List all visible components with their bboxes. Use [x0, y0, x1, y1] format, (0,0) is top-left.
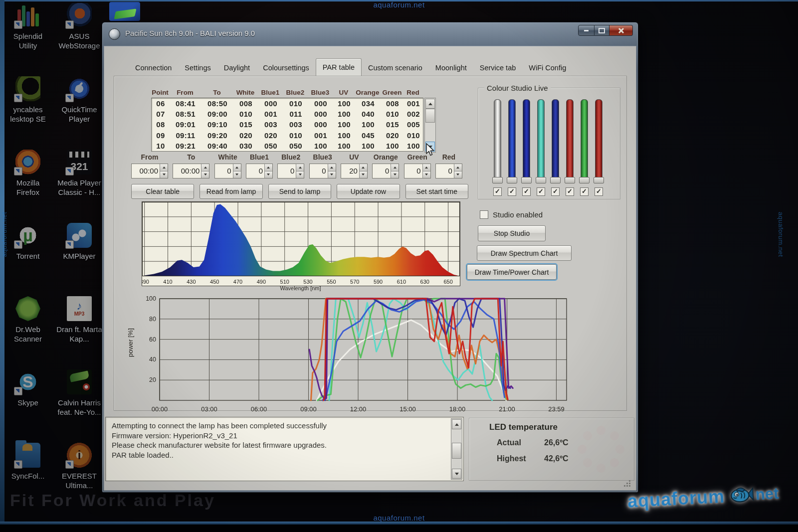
- stop-studio-button[interactable]: Stop Studio: [478, 225, 546, 241]
- white-channel-checkbox[interactable]: ✓: [493, 187, 502, 196]
- to-time-spinner[interactable]: 00:00: [173, 164, 209, 178]
- desktop-icon-skype[interactable]: S Skype: [4, 369, 52, 443]
- send-to-lamp-button[interactable]: Send to lamp: [268, 184, 331, 199]
- desktop-icon-firefox[interactable]: Mozilla Firefox: [4, 150, 52, 223]
- spin-down-icon[interactable]: [454, 172, 462, 178]
- red-spinner[interactable]: 0: [435, 164, 462, 178]
- status-scrollbar[interactable]: [451, 418, 462, 480]
- tab-par-table[interactable]: PAR table: [316, 58, 362, 77]
- white-channel-slider[interactable]: [494, 99, 501, 180]
- spin-up-icon[interactable]: [201, 164, 209, 172]
- update-row-button[interactable]: Update row: [337, 184, 399, 199]
- tab-custom-scenario[interactable]: Custom scenario: [362, 60, 429, 76]
- spin-up-icon[interactable]: [233, 164, 241, 172]
- green-spinner[interactable]: 0: [404, 164, 431, 178]
- blue3-spinner[interactable]: 0: [309, 164, 336, 178]
- spin-up-icon[interactable]: [296, 164, 304, 172]
- desktop-icon-drweb[interactable]: Dr.Web Scanner: [4, 296, 52, 369]
- spin-down-icon[interactable]: [423, 172, 430, 178]
- media-player-classic-icon[interactable]: 321: [67, 150, 92, 175]
- scrollbar-thumb[interactable]: [452, 443, 461, 459]
- table-row[interactable]: 0608:4108:50008000010000100034008001: [152, 99, 423, 108]
- blue3-channel-checkbox[interactable]: ✓: [551, 187, 560, 196]
- from-time-spinner[interactable]: 00:00: [131, 164, 168, 178]
- tab-coloursettings[interactable]: Coloursettings: [256, 60, 316, 76]
- spin-down-icon[interactable]: [160, 172, 168, 178]
- tab-connection[interactable]: Connection: [129, 60, 178, 76]
- spin-down-icon[interactable]: [391, 172, 399, 178]
- scroll-up-button[interactable]: [452, 419, 461, 429]
- slider-thumb[interactable]: [550, 177, 561, 183]
- music-video-icon[interactable]: [67, 369, 92, 394]
- green-channel-checkbox[interactable]: ✓: [580, 187, 589, 196]
- scrollbar-thumb[interactable]: [425, 109, 435, 123]
- scroll-down-button[interactable]: [452, 469, 461, 479]
- spin-down-icon[interactable]: [265, 172, 272, 178]
- spin-up-icon[interactable]: [423, 164, 430, 172]
- resize-grip[interactable]: [623, 480, 630, 487]
- cyan-channel-slider[interactable]: [537, 99, 545, 180]
- skype-icon[interactable]: S: [15, 369, 40, 394]
- white-spinner[interactable]: 0: [214, 164, 241, 178]
- desktop-icon-quicktime[interactable]: QuickTime Player: [52, 76, 107, 150]
- spin-down-icon[interactable]: [296, 172, 304, 178]
- spin-up-icon[interactable]: [265, 164, 272, 172]
- tab-settings[interactable]: Settings: [178, 60, 217, 76]
- minimize-button[interactable]: [578, 25, 595, 36]
- tab-daylight[interactable]: Daylight: [217, 60, 256, 76]
- maximize-button[interactable]: [595, 25, 609, 36]
- desktop-icon-syncables[interactable]: yncables lesktop SE: [4, 76, 52, 150]
- spin-down-icon[interactable]: [360, 172, 367, 178]
- cyan-channel-checkbox[interactable]: ✓: [537, 187, 545, 196]
- table-row[interactable]: 0809:0109:10015003003000100100015005: [152, 120, 423, 129]
- close-button[interactable]: [609, 25, 633, 36]
- splendid-utility-icon[interactable]: [15, 3, 40, 28]
- slider-thumb[interactable]: [536, 177, 546, 183]
- titlebar[interactable]: Pacific Sun 8ch 9.0h - BALI version 9.0: [102, 22, 638, 45]
- set-start-time-button[interactable]: Set start time: [405, 184, 468, 199]
- slider-thumb[interactable]: [521, 177, 532, 183]
- studio-enabled-checkbox[interactable]: [480, 210, 488, 219]
- table-row[interactable]: 0708:5109:00010001011000100040010002: [152, 110, 423, 118]
- status-log[interactable]: Attempting to connect the lamp has been …: [105, 417, 464, 481]
- blue1-channel-slider[interactable]: [508, 99, 516, 180]
- spin-down-icon[interactable]: [201, 172, 209, 178]
- drweb-scanner-icon[interactable]: [15, 296, 40, 321]
- spin-up-icon[interactable]: [160, 164, 168, 172]
- desktop-icon-utorrent[interactable]: µ Torrent: [4, 223, 52, 296]
- clear-table-button[interactable]: Clear table: [131, 184, 194, 199]
- red2-channel-slider[interactable]: [595, 99, 602, 180]
- sync-folder-icon[interactable]: [15, 443, 40, 468]
- green-channel-slider[interactable]: [581, 99, 588, 180]
- slider-thumb[interactable]: [579, 177, 590, 183]
- spin-down-icon[interactable]: [328, 172, 336, 178]
- spin-down-icon[interactable]: [233, 172, 241, 178]
- slider-thumb[interactable]: [565, 177, 575, 183]
- orange-spinner[interactable]: 0: [372, 164, 399, 178]
- mp3-file-icon[interactable]: ♪ MP3: [67, 296, 92, 321]
- slider-thumb[interactable]: [594, 177, 604, 183]
- slider-thumb[interactable]: [507, 177, 517, 183]
- scroll-up-button[interactable]: [425, 99, 435, 109]
- spin-up-icon[interactable]: [328, 164, 336, 172]
- table-row[interactable]: 0909:1109:20020020010001100045020010: [152, 131, 423, 140]
- desktop-icon-splendid-utility[interactable]: Splendid Utility: [4, 3, 52, 76]
- asus-webstorage-icon[interactable]: [67, 3, 92, 28]
- slider-thumb[interactable]: [492, 177, 503, 183]
- spin-up-icon[interactable]: [391, 164, 399, 172]
- red1-channel-checkbox[interactable]: ✓: [566, 187, 574, 196]
- desktop-gadget-thumbnail[interactable]: [109, 2, 140, 21]
- blue2-channel-slider[interactable]: [523, 99, 530, 180]
- quicktime-icon[interactable]: [67, 76, 92, 101]
- par-table-list[interactable]: 0608:4108:50008000010000100034008001 070…: [151, 98, 423, 152]
- everest-icon[interactable]: i: [67, 443, 92, 468]
- blue1-channel-checkbox[interactable]: ✓: [508, 187, 516, 196]
- red1-channel-slider[interactable]: [566, 99, 574, 180]
- utorrent-icon[interactable]: µ: [15, 223, 40, 248]
- desktop-icon-everest[interactable]: i EVEREST Ultima...: [52, 443, 107, 516]
- spin-up-icon[interactable]: [454, 164, 462, 172]
- desktop-icon-syncfolder[interactable]: SyncFol...: [4, 443, 52, 516]
- kmplayer-icon[interactable]: [67, 223, 92, 248]
- red2-channel-checkbox[interactable]: ✓: [595, 187, 603, 196]
- blue3-channel-slider[interactable]: [552, 99, 559, 180]
